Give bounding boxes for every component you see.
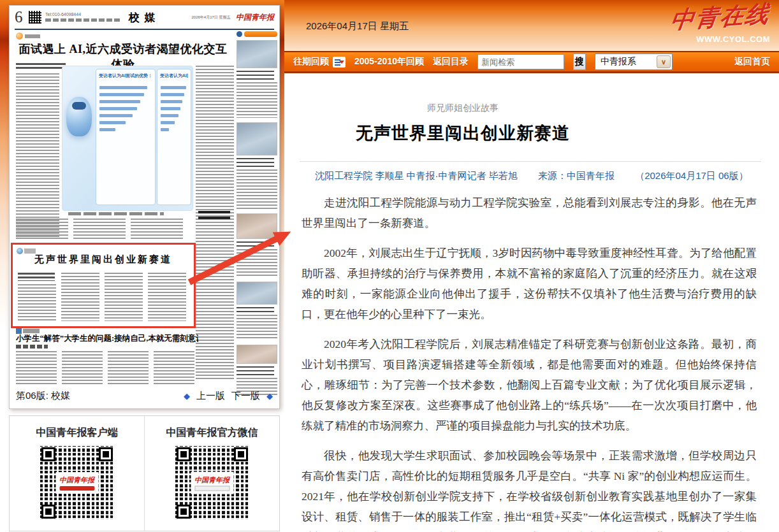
newspaper-text-column [62, 351, 103, 384]
article-body: 走进沈阳工程学院能源与动力工程学院实验室，总能看到刘展志专注的身影。他在无声世界… [302, 192, 757, 532]
highlighted-article-byline [18, 273, 55, 281]
article-paragraph: 很快，他发现大学生求职面试、参加校园晚会等场景中，正装需求激增，但学校周边只有高… [302, 445, 757, 532]
newspaper-page-thumbnail[interactable]: 6 Tel:010-64098444 校媒 2026年4月17日 星期五 中国青… [9, 5, 280, 409]
newspaper-header-rule [15, 29, 274, 30]
newspaper-text-column [61, 273, 99, 321]
wechat-qr-code: 中国青年报 [175, 446, 249, 520]
paper-series-selected-value: 中青报系 [601, 56, 636, 68]
bar [99, 100, 140, 103]
prev-page-link[interactable]: 上一版 [196, 390, 225, 402]
newspaper-text-column [196, 66, 234, 379]
newspaper-text-column [105, 273, 143, 321]
highlighted-article-headline[interactable]: 无声世界里闯出创业新赛道 [19, 254, 187, 266]
chevron-down-icon[interactable]: ∨ [657, 55, 671, 68]
sidebar-photo-caption [237, 71, 274, 80]
sidebar-photo-caption [237, 307, 274, 312]
newspaper-text-column [131, 219, 183, 240]
newspaper-date: 2026年4月17日 星期五 [192, 15, 231, 19]
article-divider [300, 161, 761, 162]
site-logo[interactable]: 中青在线 WWW.CYOL.COM [671, 1, 770, 44]
prev-arrow-icon: ◆ [184, 391, 190, 401]
newspaper-text-column [18, 284, 56, 321]
infographic-panel-shortcomings: 受访者认为AI面试存在的不足： [157, 69, 191, 205]
infographic-panel-advantages: 受访者认为AI面试的优势： [96, 69, 156, 205]
qr-client-app-block: 中国青年报客户端 中国青年报 [10, 416, 144, 531]
page: 6 Tel:010-64098444 校媒 2026年4月17日 星期五 中国青… [0, 0, 779, 532]
bar [99, 93, 144, 96]
nav-back-to-contents-link[interactable]: 返回目录 [433, 56, 469, 68]
infographic-title: 受访者认为AI面试存在的不足： [160, 73, 188, 79]
client-app-qr-code: 中国青年报 [40, 446, 114, 520]
newspaper-text-column [16, 73, 59, 238]
newspaper-header: 6 Tel:010-64098444 校媒 2026年4月17日 星期五 中国青… [15, 9, 274, 28]
qr-wechat-title: 中国青年报官方微信 [145, 426, 279, 440]
newspaper-text-column [148, 273, 186, 321]
banner-date: 2026年04月17日 星期五 [306, 20, 409, 32]
newspaper-text-column [154, 351, 194, 384]
page-footer-bar: 第06版: 校媒 ◆ 上一版 下一版 ◆ [16, 387, 273, 405]
paper-series-select[interactable]: 中青报系 ∨ [595, 54, 673, 70]
qr-client-app-title: 中国青年报客户端 [10, 426, 144, 440]
next-page-link[interactable]: 下一版 [231, 390, 260, 402]
robot-illustration-icon [66, 97, 92, 136]
archive-calendar-icon[interactable] [333, 57, 346, 68]
sidebar-photo-caption [237, 158, 274, 167]
site-navbar: 往期回顾 2005-2010年回顾 返回目录 搜 中青报系 ∨ 返回首页 [284, 52, 779, 73]
bar [161, 107, 180, 110]
bar [99, 86, 147, 89]
article-panel: 2026年04月17日 星期五 中青在线 WWW.CYOL.COM 往期回顾 2… [284, 0, 779, 532]
newspaper-text-column [108, 351, 149, 384]
nav-archive-2005-2010-link[interactable]: 2005-2010年回顾 [354, 56, 424, 68]
bar [99, 121, 126, 124]
bottom-article-byline [16, 345, 48, 349]
newspaper-photo-sidebar [237, 31, 277, 397]
student-figure-icon [237, 31, 242, 37]
article-authors: 沈阳工程学院 李顺星 中青报·中青网记者 毕若旭 [315, 170, 518, 181]
article-paragraph: 2002年，刘展志出生于辽宁抚顺，3岁时因药物中毒导致重度神经性耳聋。为了给他配… [302, 243, 757, 324]
newspaper-preview-panel: 6 Tel:010-64098444 校媒 2026年4月17日 星期五 中国青… [0, 0, 284, 532]
newspaper-text-column [16, 219, 68, 240]
search-button[interactable]: 搜 [573, 54, 586, 70]
newspaper-masthead-logo: 中国青年报 [236, 13, 274, 22]
current-page-label: 第06版: 校媒 [16, 390, 70, 402]
bar [99, 114, 133, 117]
bar [161, 128, 169, 131]
bar [161, 114, 178, 117]
bar [161, 93, 184, 96]
highlighted-article-region[interactable]: 无声世界里闯出创业新赛道 [11, 243, 196, 328]
qr-center-logo: 中国青年报 [194, 475, 229, 485]
bar [161, 86, 186, 89]
sidebar-banner [237, 31, 277, 37]
sidebar-photo [237, 213, 277, 239]
site-logo-url: WWW.CYOL.COM [671, 34, 770, 44]
newspaper-bottom-headline[interactable]: 小学生“解答”大学生的问题:接纳自己,本就无需刻意训练 [16, 333, 198, 344]
article-title: 无声世界里闯出创业新赛道 [284, 122, 641, 145]
article-source: 来源：中国青年报 [538, 170, 615, 181]
qr-code-panel: 中国青年报客户端 中国青年报 中国青年报官方微信 中国青年报 [9, 415, 280, 531]
article-issue: （2026年04月17日 06版） [635, 170, 748, 181]
bar [161, 100, 182, 103]
article-paragraph: 2020年考入沈阳工程学院后，刘展志精准锚定了科研竞赛与创新创业这条路。最初，商… [302, 334, 757, 436]
qr-wechat-block: 中国青年报官方微信 中国青年报 [144, 416, 279, 531]
sidebar-photo [237, 282, 277, 305]
bar [161, 121, 175, 124]
campus-media-mascot-icon [16, 32, 40, 40]
newspaper-text-column [16, 351, 57, 384]
site-banner: 2026年04月17日 星期五 中青在线 WWW.CYOL.COM [284, 0, 779, 51]
newspaper-main-byline [16, 63, 66, 70]
bar [99, 128, 115, 131]
nav-archive-link[interactable]: 往期回顾 [293, 56, 329, 68]
site-logo-text: 中青在线 [668, 0, 772, 36]
article-content: 师兄师姐创业故事 无声世界里闯出创业新赛道 沈阳工程学院 李顺星 中青报·中青网… [284, 103, 779, 532]
article-byline-row: 沈阳工程学院 李顺星 中青报·中青网记者 毕若旭 来源：中国青年报 （2026年… [284, 170, 779, 182]
bar [99, 107, 137, 110]
news-search-input[interactable] [477, 54, 564, 69]
nav-back-home-link[interactable]: 返回首页 [734, 56, 770, 68]
infographic-caption [68, 212, 164, 215]
sidebar-photo [237, 40, 277, 68]
sidebar-text [237, 315, 277, 340]
sidebar-photo [237, 345, 277, 364]
sidebar-photo-caption [237, 366, 274, 375]
newspaper-text-column [73, 219, 126, 240]
article-kicker: 师兄师姐创业故事 [284, 103, 641, 114]
